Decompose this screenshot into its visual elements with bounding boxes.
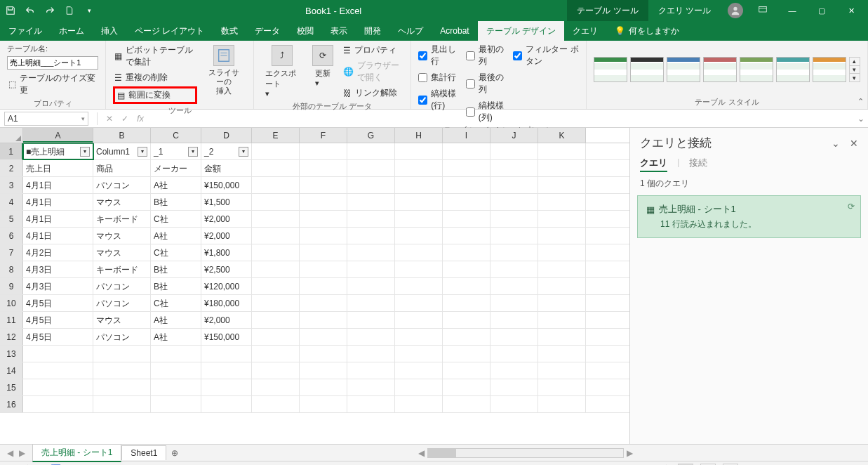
cell[interactable]: A社: [151, 329, 201, 345]
table-style-4[interactable]: [703, 57, 737, 82]
cell[interactable]: [252, 379, 300, 395]
hscroll-right-icon[interactable]: ▶: [627, 448, 633, 458]
cell[interactable]: [538, 194, 586, 210]
cell[interactable]: [538, 379, 586, 395]
cell[interactable]: [347, 295, 395, 311]
filter-button-checkbox[interactable]: フィルター ボタン: [513, 44, 579, 67]
col-header-B[interactable]: B: [93, 128, 151, 143]
query-card[interactable]: ▦売上明細 - シート1 11 行読み込まれました。 ⟳: [637, 195, 861, 238]
cell[interactable]: パソコン: [93, 295, 151, 311]
cell[interactable]: [300, 244, 347, 261]
cell[interactable]: [252, 346, 300, 362]
cell[interactable]: [538, 211, 586, 227]
row-header[interactable]: 15: [0, 379, 23, 395]
cell[interactable]: B社: [151, 278, 201, 294]
cell[interactable]: [300, 379, 347, 395]
pane-collapse-icon[interactable]: ⌄: [832, 138, 840, 149]
pane-tab-connections[interactable]: 接続: [689, 157, 707, 172]
cell[interactable]: キーボード: [93, 261, 151, 277]
cell[interactable]: [300, 261, 347, 277]
cell[interactable]: 4月1日: [23, 228, 93, 244]
cell[interactable]: [252, 261, 300, 277]
cell[interactable]: [538, 396, 586, 412]
cell[interactable]: [252, 396, 300, 412]
cell[interactable]: [252, 295, 300, 311]
cell[interactable]: 4月2日: [23, 244, 93, 261]
cell[interactable]: [300, 329, 347, 345]
cell[interactable]: [443, 329, 490, 345]
cell[interactable]: メーカー: [151, 160, 201, 176]
cell[interactable]: 4月5日: [23, 312, 93, 328]
cell[interactable]: [443, 228, 490, 244]
cell[interactable]: [538, 143, 586, 159]
cell[interactable]: [252, 362, 300, 379]
cell[interactable]: [252, 278, 300, 294]
cell[interactable]: [443, 379, 490, 395]
refresh-button[interactable]: ⟳更新▾: [308, 44, 338, 89]
cell[interactable]: [252, 211, 300, 227]
cell[interactable]: [347, 244, 395, 261]
cell[interactable]: [347, 312, 395, 328]
cell[interactable]: [490, 228, 538, 244]
cell[interactable]: [538, 329, 586, 345]
insert-slicer-button[interactable]: スライサーの挿入: [201, 44, 246, 98]
table-style-5[interactable]: [740, 57, 773, 82]
cell[interactable]: [443, 396, 490, 412]
cell[interactable]: [443, 295, 490, 311]
close-button[interactable]: ✕: [841, 6, 861, 15]
cell[interactable]: [395, 329, 443, 345]
cell[interactable]: [347, 396, 395, 412]
save-icon[interactable]: [4, 4, 17, 17]
cell[interactable]: マウス: [93, 244, 151, 261]
cell[interactable]: [93, 396, 151, 412]
tab-table-design[interactable]: テーブル デザイン: [478, 21, 564, 41]
cell[interactable]: C社: [151, 211, 201, 227]
cell[interactable]: A社: [151, 312, 201, 328]
cell[interactable]: [490, 362, 538, 379]
cell[interactable]: [395, 396, 443, 412]
cell[interactable]: 4月3日: [23, 278, 93, 294]
cell[interactable]: [538, 261, 586, 277]
tab-query[interactable]: クエリ: [564, 21, 606, 41]
cell[interactable]: パソコン: [93, 329, 151, 345]
col-header-H[interactable]: H: [395, 128, 443, 143]
cell[interactable]: マウス: [93, 194, 151, 210]
cell[interactable]: [23, 396, 93, 412]
row-header[interactable]: 1: [0, 143, 23, 159]
cell[interactable]: [538, 295, 586, 311]
last-column-checkbox[interactable]: 最後の列: [466, 72, 509, 96]
cell[interactable]: [252, 177, 300, 193]
cell[interactable]: [490, 177, 538, 193]
cell[interactable]: [443, 211, 490, 227]
row-header[interactable]: 10: [0, 295, 23, 311]
cell[interactable]: ¥2,000: [201, 211, 252, 227]
cell[interactable]: C社: [151, 244, 201, 261]
cell[interactable]: [538, 228, 586, 244]
cell[interactable]: [300, 295, 347, 311]
col-header-J[interactable]: J: [490, 128, 538, 143]
gallery-down-icon[interactable]: ▾: [850, 66, 860, 74]
cell[interactable]: [252, 312, 300, 328]
cell[interactable]: 4月5日: [23, 329, 93, 345]
summarize-with-pivot-button[interactable]: ▦ピボットテーブルで集計: [113, 44, 197, 69]
cell[interactable]: [151, 362, 201, 379]
cell[interactable]: 売上日: [23, 160, 93, 176]
cell[interactable]: [300, 312, 347, 328]
tab-home[interactable]: ホーム: [51, 21, 93, 41]
cell[interactable]: [93, 379, 151, 395]
col-header-C[interactable]: C: [151, 128, 201, 143]
sheet-tab-1[interactable]: 売上明細 - シート1: [32, 444, 121, 462]
cell[interactable]: パソコン: [93, 278, 151, 294]
row-header[interactable]: 8: [0, 261, 23, 277]
cell[interactable]: [252, 329, 300, 345]
cell[interactable]: [395, 244, 443, 261]
cell[interactable]: Column1▾: [93, 143, 151, 159]
sheet-tab-2[interactable]: Sheet1: [121, 445, 166, 460]
cell[interactable]: [490, 211, 538, 227]
convert-to-range-button[interactable]: ▤範囲に変換: [113, 86, 197, 104]
ribbon-display-options-icon[interactable]: [753, 6, 773, 15]
cell[interactable]: A社: [151, 228, 201, 244]
cell[interactable]: _1▾: [151, 143, 201, 159]
cell[interactable]: [93, 346, 151, 362]
cell[interactable]: [347, 228, 395, 244]
